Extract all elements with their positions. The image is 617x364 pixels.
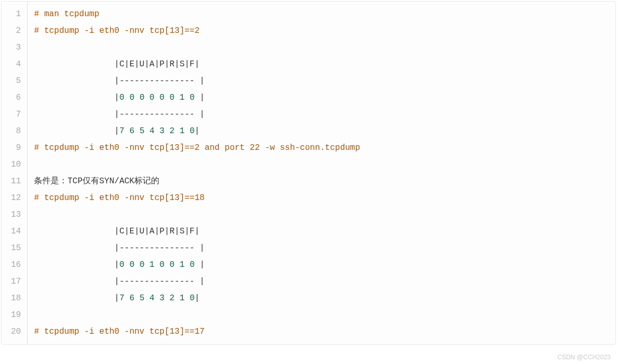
token-plain: [174, 126, 180, 136]
line-number: 4: [2, 56, 27, 73]
token-plain: [134, 260, 139, 269]
code-line: |0 0 0 0 0 0 1 0 |: [34, 89, 615, 106]
token-plain: [134, 126, 139, 136]
code-block: 1234567891011121314151617181920 # man tc…: [1, 1, 616, 345]
token-number: 1: [149, 260, 155, 269]
code-line: # tcpdump -i eth0 -nnv tcp[13]==17: [34, 323, 615, 340]
token-plain: [134, 93, 139, 102]
token-plain: |: [34, 293, 119, 303]
line-number: 6: [2, 89, 27, 106]
code-line: |0 0 0 1 0 0 1 0 |: [34, 256, 615, 273]
token-number: 4: [149, 126, 155, 136]
token-comment: # tcpdump -i eth0 -nnv tcp[13]==18: [34, 193, 204, 203]
code-line: # tcpdump -i eth0 -nnv tcp[13]==18: [34, 190, 615, 206]
token-plain: [144, 260, 149, 269]
token-plain: |: [195, 93, 205, 102]
line-number: 16: [2, 256, 27, 273]
token-plain: [124, 93, 130, 102]
line-number: 19: [2, 307, 27, 323]
code-line: [34, 156, 615, 173]
token-number: 1: [180, 93, 185, 102]
token-number: 3: [159, 293, 165, 303]
token-comment: # man tcpdump: [34, 9, 99, 19]
code-line: |--------------- |: [34, 73, 615, 89]
token-plain: [184, 260, 190, 269]
token-number: 3: [159, 126, 165, 136]
token-plain: |--------------- |: [34, 277, 204, 286]
token-number: 1: [180, 126, 185, 136]
token-number: 0: [170, 260, 175, 269]
token-number: 7: [119, 126, 124, 136]
token-plain: |--------------- |: [34, 243, 204, 253]
token-plain: [144, 93, 149, 102]
token-comment: # tcpdump -i eth0 -nnv tcp[13]==17: [34, 327, 204, 336]
token-number: 7: [119, 293, 124, 303]
line-number: 11: [2, 173, 27, 190]
line-number: 5: [2, 73, 27, 89]
token-number: 4: [149, 293, 155, 303]
line-number: 9: [2, 139, 27, 156]
token-plain: [144, 126, 149, 136]
line-number: 8: [2, 123, 27, 139]
token-number: 6: [130, 293, 135, 303]
code-line: [34, 39, 615, 56]
line-number: 2: [2, 22, 27, 39]
token-plain: [184, 126, 190, 136]
token-plain: [155, 126, 160, 136]
token-number: 0: [130, 93, 135, 102]
code-line: |C|E|U|A|P|R|S|F|: [34, 56, 615, 73]
code-line: |--------------- |: [34, 240, 615, 256]
token-plain: [144, 293, 149, 303]
code-line: |7 6 5 4 3 2 1 0|: [34, 290, 615, 307]
line-number: 7: [2, 106, 27, 123]
line-number: 12: [2, 190, 27, 206]
token-plain: [165, 126, 170, 136]
token-plain: 条件是：TCP仅有SYN/ACK标记的: [34, 177, 159, 186]
token-comment: # tcpdump -i eth0 -nnv tcp[13]==2: [34, 26, 200, 36]
code-line: 条件是：TCP仅有SYN/ACK标记的: [34, 173, 615, 190]
line-number: 18: [2, 290, 27, 307]
token-plain: [134, 293, 139, 303]
code-line: [34, 307, 615, 323]
token-plain: [155, 293, 160, 303]
token-plain: |: [195, 126, 200, 136]
token-number: 0: [170, 93, 175, 102]
code-line: # tcpdump -i eth0 -nnv tcp[13]==2 and po…: [34, 139, 615, 156]
token-number: 0: [149, 93, 155, 102]
token-plain: |: [34, 126, 119, 136]
token-plain: [124, 260, 130, 269]
code-line: |--------------- |: [34, 273, 615, 290]
line-number-gutter: 1234567891011121314151617181920: [2, 2, 28, 344]
token-plain: |--------------- |: [34, 110, 204, 119]
token-comment: # tcpdump -i eth0 -nnv tcp[13]==2 and po…: [34, 143, 360, 152]
token-number: 0: [190, 93, 195, 102]
token-plain: [174, 260, 180, 269]
code-line: |7 6 5 4 3 2 1 0|: [34, 123, 615, 139]
line-number: 20: [2, 323, 27, 340]
token-number: 2: [170, 126, 175, 136]
token-number: 1: [180, 293, 185, 303]
token-number: 0: [119, 93, 124, 102]
token-plain: [155, 93, 160, 102]
code-line: # tcpdump -i eth0 -nnv tcp[13]==2: [34, 22, 615, 39]
token-plain: |C|E|U|A|P|R|S|F|: [34, 60, 200, 69]
code-line: |--------------- |: [34, 106, 615, 123]
token-plain: |: [195, 260, 205, 269]
line-number: 1: [2, 6, 27, 22]
token-number: 0: [130, 260, 135, 269]
code-line: # man tcpdump: [34, 6, 615, 22]
token-plain: [124, 126, 130, 136]
token-number: 1: [180, 260, 185, 269]
token-number: 0: [190, 126, 195, 136]
token-number: 6: [130, 126, 135, 136]
token-plain: |: [34, 260, 119, 269]
code-content[interactable]: # man tcpdump# tcpdump -i eth0 -nnv tcp[…: [28, 2, 615, 344]
line-number: 3: [2, 39, 27, 56]
token-number: 0: [119, 260, 124, 269]
code-line: |C|E|U|A|P|R|S|F|: [34, 223, 615, 240]
line-number: 14: [2, 223, 27, 240]
token-plain: [184, 93, 190, 102]
token-plain: [165, 260, 170, 269]
token-plain: [124, 293, 130, 303]
line-number: 15: [2, 240, 27, 256]
